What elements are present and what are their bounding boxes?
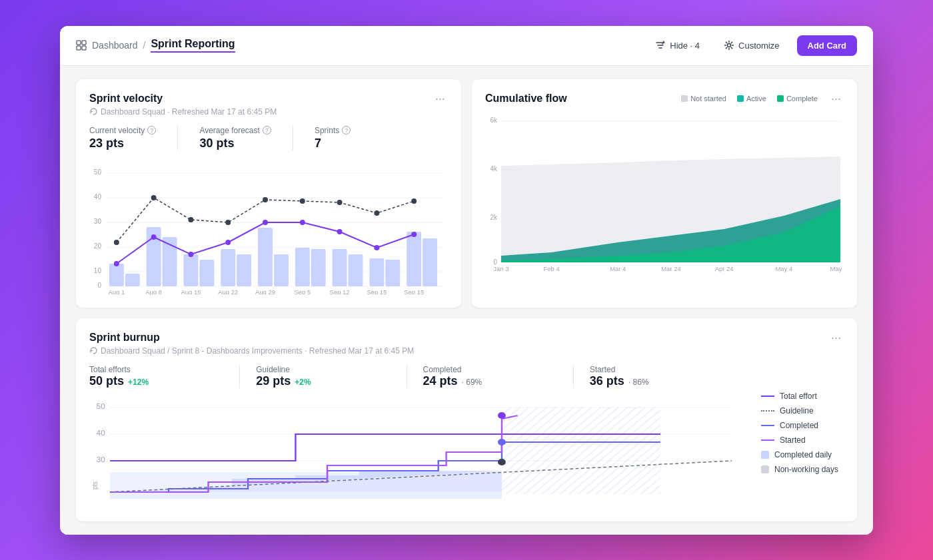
legend-completed: Completed (761, 421, 844, 430)
guideline-label: Guideline (256, 365, 390, 374)
svg-rect-89 (502, 408, 660, 494)
svg-point-5 (728, 44, 731, 47)
svg-text:30: 30 (97, 455, 105, 463)
total-efforts-metric: Total efforts 50 pts +12% (89, 365, 240, 388)
svg-text:10: 10 (94, 266, 102, 274)
svg-point-41 (300, 198, 305, 204)
svg-rect-27 (274, 254, 289, 286)
svg-point-38 (188, 217, 193, 222)
sprint-velocity-subtitle: Dashboard Squad · Refreshed Mar 17 at 6:… (89, 107, 448, 117)
guideline-value: 29 pts (256, 374, 291, 388)
current-velocity-label: Current velocity ? (89, 126, 156, 135)
svg-point-93 (498, 412, 506, 419)
sprint-burnup-more-button[interactable]: ··· (828, 332, 844, 344)
svg-text:Feb 4: Feb 4 (544, 264, 560, 272)
breadcrumb-separator: / (143, 40, 146, 51)
svg-point-44 (411, 198, 417, 204)
avg-forecast-info-icon: ? (263, 126, 271, 135)
svg-point-49 (263, 220, 268, 225)
guideline-line (761, 410, 774, 412)
svg-rect-18 (109, 264, 124, 286)
svg-rect-24 (221, 249, 235, 286)
main-window: Dashboard / Sprint Reporting Hide · 4 Cu… (60, 26, 873, 535)
dashboard-icon (76, 40, 87, 51)
sprint-velocity-chart: 50 40 30 20 10 0 (89, 161, 448, 294)
svg-rect-31 (349, 254, 363, 286)
svg-text:Sep 12: Sep 12 (330, 288, 350, 294)
completed-daily-label: Completed daily (774, 450, 832, 459)
completed-label: Completed (423, 365, 557, 374)
svg-rect-0 (77, 41, 81, 45)
legend-active: Active (737, 95, 766, 103)
hide-button[interactable]: Hide · 4 (648, 36, 706, 55)
completed-metric: Completed 24 pts · 69% (423, 365, 574, 388)
not-started-label: Not started (690, 95, 726, 103)
svg-point-42 (337, 200, 343, 205)
svg-rect-1 (82, 41, 86, 45)
sprints-metric: Sprints ? 7 (315, 126, 351, 150)
started-label: Started (590, 365, 724, 374)
current-velocity-metric: Current velocity ? 23 pts (89, 126, 156, 150)
svg-text:20: 20 (94, 242, 102, 249)
svg-text:Aug 15: Aug 15 (181, 288, 201, 294)
sprint-velocity-metrics: Current velocity ? 23 pts Average foreca… (89, 126, 448, 150)
sprint-burnup-subtitle-text: Dashboard Squad / Sprint 8 - Dashboards … (101, 346, 414, 356)
svg-rect-28 (295, 248, 310, 286)
topbar-actions: Hide · 4 Customize Add Card (648, 35, 857, 56)
svg-text:40: 40 (97, 429, 105, 436)
page-title: Sprint Reporting (151, 38, 235, 53)
svg-text:Mar 4: Mar 4 (610, 264, 626, 272)
svg-text:6k: 6k (490, 116, 497, 123)
svg-point-95 (498, 459, 506, 465)
avg-forecast-metric: Average forecast ? 30 pts (199, 126, 271, 150)
svg-text:May 4: May 4 (775, 264, 792, 272)
svg-line-4 (662, 41, 664, 44)
cumulative-flow-more-button[interactable]: ··· (828, 93, 844, 105)
current-velocity-value: 23 pts (89, 137, 156, 150)
total-effort-label: Total effort (780, 392, 817, 401)
legend-started: Started (761, 435, 844, 445)
dashboard-label[interactable]: Dashboard (92, 40, 138, 51)
started-pct: · 86% (628, 378, 649, 387)
svg-rect-26 (258, 228, 273, 286)
svg-rect-3 (82, 46, 86, 50)
svg-point-40 (263, 197, 268, 202)
svg-text:0: 0 (97, 281, 101, 288)
sprint-velocity-more-button[interactable]: ··· (433, 93, 448, 105)
burnup-chart-area: Total efforts 50 pts +12% Guideline (89, 365, 740, 508)
started-line (761, 439, 774, 441)
svg-text:2k: 2k (490, 213, 497, 220)
legend-completed-daily: Completed daily (761, 450, 844, 459)
guideline-metric: Guideline 29 pts +2% (256, 365, 407, 388)
burnup-metrics-row: Total efforts 50 pts +12% Guideline (89, 365, 740, 388)
cumulative-flow-card: Cumulative flow Not started Active (472, 79, 857, 308)
sprints-info-icon: ? (342, 126, 351, 135)
svg-text:40: 40 (94, 192, 102, 200)
svg-point-48 (225, 240, 231, 245)
svg-point-46 (151, 234, 157, 240)
complete-dot (777, 95, 784, 102)
sprint-burnup-subtitle: Dashboard Squad / Sprint 8 - Dashboards … (89, 346, 844, 356)
sprint-velocity-subtitle-text: Dashboard Squad · Refreshed Mar 17 at 6:… (101, 107, 277, 117)
active-dot (737, 95, 744, 102)
add-card-button[interactable]: Add Card (797, 35, 858, 56)
legend-non-working-days: Non-working days (761, 465, 844, 474)
svg-text:Sep 15: Sep 15 (367, 288, 387, 294)
completed-legend-label: Completed (780, 421, 818, 430)
legend-complete: Complete (777, 95, 818, 103)
started-legend-label: Started (780, 435, 806, 445)
svg-point-94 (498, 439, 506, 445)
svg-text:Jan 3: Jan 3 (493, 264, 508, 272)
customize-button[interactable]: Customize (717, 36, 786, 55)
non-working-days-label: Non-working days (774, 465, 838, 474)
svg-rect-2 (77, 46, 81, 50)
burnup-svg: 50 40 30 pts (89, 399, 740, 505)
svg-text:pts: pts (91, 481, 99, 489)
breadcrumb: Dashboard / Sprint Reporting (76, 38, 235, 53)
svg-point-43 (374, 210, 379, 216)
avg-forecast-value: 30 pts (199, 137, 271, 150)
cumulative-legend: Not started Active Complete (681, 95, 818, 103)
svg-text:Aug 1: Aug 1 (108, 288, 125, 294)
svg-rect-29 (311, 249, 326, 286)
svg-rect-33 (385, 260, 400, 286)
